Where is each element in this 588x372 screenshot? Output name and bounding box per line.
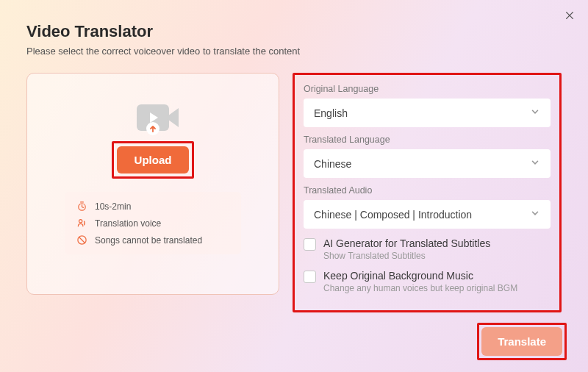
- translate-highlight: Translate: [477, 323, 567, 360]
- translated-language-value: Chinese: [314, 158, 351, 170]
- translated-language-label: Translated Language: [304, 135, 551, 145]
- voice-icon: [76, 218, 87, 229]
- timer-icon: [76, 201, 87, 212]
- page-title: Video Translator: [26, 22, 562, 41]
- chevron-down-icon: [530, 157, 540, 170]
- hint-songs: Songs cannot be translated: [95, 235, 202, 246]
- svg-point-1: [79, 220, 82, 223]
- settings-panel: Original Language English Translated Lan…: [293, 73, 562, 312]
- bgm-checkbox-label: Keep Original Background Music: [323, 270, 517, 282]
- translated-language-select[interactable]: Chinese: [304, 149, 551, 178]
- original-language-select[interactable]: English: [304, 99, 551, 127]
- original-language-label: Original Language: [304, 84, 551, 94]
- page-subtitle: Please select the correct voiceover vide…: [26, 46, 562, 57]
- arrow-up-icon: [146, 122, 159, 135]
- bgm-checkbox-sublabel: Change any human voices but keep origina…: [323, 283, 517, 293]
- subtitles-checkbox-label: AI Generator for Translated Subtitles: [323, 237, 490, 249]
- original-language-value: English: [314, 107, 348, 119]
- translated-audio-value: Chinese | Composed | Introduction: [314, 209, 472, 221]
- upload-hints: 10s-2min Translation voice Songs cannot …: [65, 192, 241, 254]
- upload-highlight: Upload: [112, 141, 195, 179]
- translated-audio-select[interactable]: Chinese | Composed | Introduction: [304, 200, 551, 229]
- upload-panel: Upload 10s-2min Translation voice Songs …: [26, 73, 279, 295]
- no-songs-icon: [76, 235, 87, 246]
- translate-button[interactable]: Translate: [481, 327, 562, 356]
- translated-audio-label: Translated Audio: [304, 185, 551, 196]
- chevron-down-icon: [530, 208, 540, 221]
- bgm-checkbox[interactable]: [304, 271, 316, 283]
- subtitles-checkbox[interactable]: [304, 238, 316, 251]
- hint-duration: 10s-2min: [95, 201, 131, 212]
- hint-voice: Translation voice: [95, 218, 161, 229]
- close-icon[interactable]: [562, 7, 578, 24]
- video-upload-icon: [137, 104, 169, 131]
- subtitles-checkbox-sublabel: Show Translated Subtitles: [323, 251, 490, 261]
- upload-button[interactable]: Upload: [117, 146, 190, 174]
- chevron-down-icon: [530, 107, 540, 119]
